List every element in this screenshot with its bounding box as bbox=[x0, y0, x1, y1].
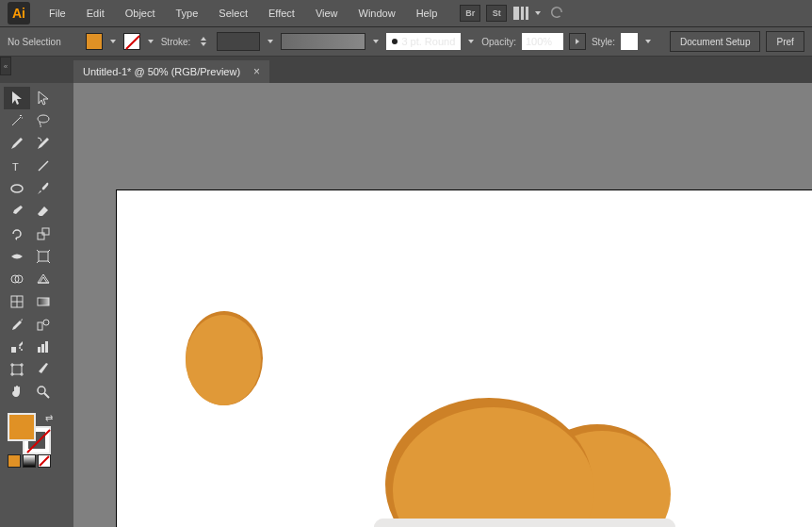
document-setup-button[interactable]: Document Setup bbox=[670, 31, 761, 52]
svg-text:T: T bbox=[12, 161, 19, 173]
svg-rect-17 bbox=[45, 341, 48, 353]
menu-file[interactable]: File bbox=[40, 4, 75, 23]
symbol-sprayer-tool[interactable] bbox=[4, 336, 30, 358]
document-tab-bar: Untitled-1* @ 50% (RGB/Preview) × bbox=[0, 57, 812, 83]
style-label: Style: bbox=[592, 37, 615, 47]
app-logo: Ai bbox=[8, 2, 30, 25]
panel-collapse-toggle[interactable]: « bbox=[0, 57, 11, 75]
tab-close-button[interactable]: × bbox=[253, 65, 260, 78]
svg-rect-15 bbox=[38, 347, 41, 353]
blend-tool[interactable] bbox=[30, 313, 57, 336]
artwork bbox=[117, 190, 812, 527]
svg-rect-16 bbox=[41, 344, 44, 353]
menu-select[interactable]: Select bbox=[209, 4, 257, 23]
hand-tool[interactable] bbox=[4, 381, 30, 403]
type-tool[interactable]: T bbox=[4, 155, 30, 177]
fill-color[interactable] bbox=[8, 413, 36, 441]
color-mode-swatches bbox=[8, 454, 51, 468]
direct-selection-tool[interactable] bbox=[30, 87, 57, 109]
slice-tool[interactable] bbox=[30, 358, 57, 381]
svg-point-0 bbox=[38, 115, 49, 123]
svg-point-13 bbox=[19, 347, 21, 349]
curvature-tool[interactable] bbox=[30, 132, 57, 155]
fill-stroke-controls: ⇄ bbox=[4, 413, 57, 454]
gradient-tool[interactable] bbox=[30, 290, 57, 313]
menu-type[interactable]: Type bbox=[167, 4, 208, 23]
bridge-icon[interactable]: Br bbox=[460, 5, 480, 22]
shaper-tool[interactable] bbox=[4, 200, 30, 222]
svg-rect-5 bbox=[42, 228, 49, 235]
stroke-weight-dropdown[interactable] bbox=[266, 37, 275, 46]
brush-dot-icon bbox=[392, 39, 398, 44]
stroke-dropdown[interactable] bbox=[146, 37, 155, 46]
line-segment-tool[interactable] bbox=[30, 155, 57, 177]
zoom-tool[interactable] bbox=[30, 381, 57, 403]
svg-point-12 bbox=[43, 320, 49, 325]
menu-help[interactable]: Help bbox=[407, 4, 447, 23]
svg-rect-18 bbox=[12, 365, 22, 374]
width-tool[interactable] bbox=[4, 245, 30, 268]
arrange-documents-icon[interactable] bbox=[512, 7, 543, 20]
magic-wand-tool[interactable] bbox=[4, 109, 30, 132]
opacity-field[interactable]: 100% bbox=[522, 33, 563, 50]
stroke-label: Stroke: bbox=[161, 37, 191, 47]
selection-tool[interactable] bbox=[4, 87, 30, 109]
stock-icon[interactable]: St bbox=[486, 5, 507, 22]
egg-small bbox=[186, 315, 261, 405]
mesh-tool[interactable] bbox=[4, 290, 30, 313]
scale-tool[interactable] bbox=[30, 222, 57, 245]
fill-color-swatch[interactable] bbox=[86, 33, 103, 50]
style-dropdown[interactable] bbox=[643, 37, 653, 46]
brush-definition[interactable]: 3 pt. Round bbox=[386, 33, 461, 50]
swap-fill-stroke-icon[interactable]: ⇄ bbox=[45, 413, 53, 423]
stroke-weight-field[interactable] bbox=[217, 32, 260, 51]
menu-edit[interactable]: Edit bbox=[77, 4, 114, 23]
pen-tool[interactable] bbox=[4, 132, 30, 155]
menu-view[interactable]: View bbox=[306, 4, 348, 23]
graphic-style-swatch[interactable] bbox=[621, 33, 638, 50]
preferences-button[interactable]: Pref bbox=[766, 31, 804, 52]
bowl-front bbox=[374, 519, 675, 527]
stroke-color-swatch[interactable] bbox=[123, 33, 140, 50]
svg-line-2 bbox=[39, 161, 48, 171]
lasso-tool[interactable] bbox=[30, 109, 57, 132]
rotate-tool[interactable] bbox=[4, 222, 30, 245]
sync-settings-icon[interactable] bbox=[548, 4, 565, 23]
opacity-label: Opacity: bbox=[481, 37, 516, 47]
svg-rect-4 bbox=[38, 233, 44, 239]
control-bar: No Selection Stroke: 3 pt. Round Opacity… bbox=[0, 26, 812, 57]
opacity-arrow[interactable] bbox=[569, 33, 586, 50]
menu-object[interactable]: Object bbox=[116, 4, 165, 23]
none-mode[interactable] bbox=[38, 454, 51, 468]
svg-point-3 bbox=[11, 185, 23, 192]
tools-panel: T ⇄ bbox=[0, 83, 60, 477]
artboard[interactable] bbox=[117, 190, 812, 527]
menu-bar: Ai File Edit Object Type Select Effect V… bbox=[0, 0, 812, 26]
opacity-value: 100% bbox=[526, 36, 552, 47]
perspective-grid-tool[interactable] bbox=[30, 268, 57, 290]
svg-point-19 bbox=[38, 387, 45, 394]
svg-rect-6 bbox=[39, 252, 48, 261]
free-transform-tool[interactable] bbox=[30, 245, 57, 268]
artboard-tool[interactable] bbox=[4, 358, 30, 381]
fill-dropdown[interactable] bbox=[108, 37, 118, 46]
color-mode[interactable] bbox=[8, 454, 21, 468]
eraser-tool[interactable] bbox=[30, 200, 57, 222]
gradient-mode[interactable] bbox=[23, 454, 36, 468]
svg-rect-10 bbox=[38, 298, 49, 305]
stroke-weight-stepper[interactable] bbox=[196, 33, 211, 50]
variable-width-profile[interactable] bbox=[281, 33, 365, 50]
menu-effect[interactable]: Effect bbox=[259, 4, 304, 23]
column-graph-tool[interactable] bbox=[30, 336, 57, 358]
shape-builder-tool[interactable] bbox=[4, 268, 30, 290]
brush-dropdown[interactable] bbox=[466, 37, 476, 46]
brush-name: 3 pt. Round bbox=[401, 36, 455, 47]
width-profile-dropdown[interactable] bbox=[371, 37, 381, 46]
svg-rect-11 bbox=[38, 322, 42, 330]
menu-window[interactable]: Window bbox=[349, 4, 405, 23]
paintbrush-tool[interactable] bbox=[30, 177, 57, 200]
eyedropper-tool[interactable] bbox=[4, 313, 30, 336]
canvas-area[interactable] bbox=[73, 83, 812, 527]
document-tab[interactable]: Untitled-1* @ 50% (RGB/Preview) × bbox=[73, 60, 269, 83]
ellipse-tool[interactable] bbox=[4, 177, 30, 200]
